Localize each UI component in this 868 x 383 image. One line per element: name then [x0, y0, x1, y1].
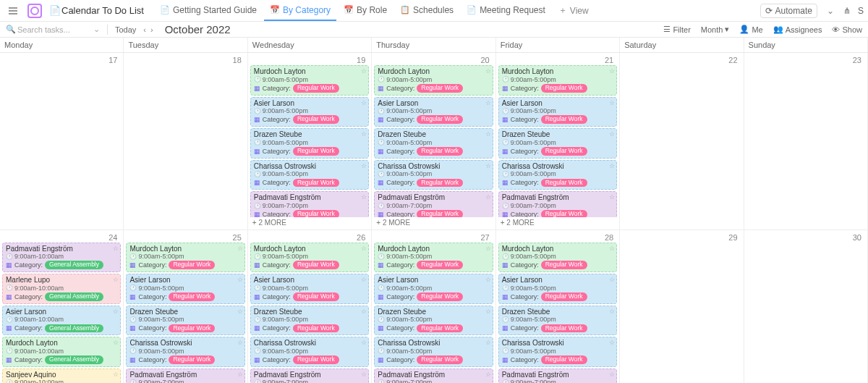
- assignees-filter[interactable]: 👥Assignees: [773, 25, 822, 34]
- calendar-event[interactable]: ☆Drazen Steube9:00am-5:00pmCategory:Regu…: [250, 128, 369, 159]
- event-name: Murdoch Layton: [129, 245, 241, 253]
- day-cell[interactable]: 20☆Murdoch Layton9:00am-5:00pmCategory:R…: [372, 53, 495, 230]
- event-name: Murdoch Layton: [502, 67, 613, 76]
- pin-icon: ☆: [361, 276, 367, 283]
- calendar-event[interactable]: ☆Padmavati Engström9:00am-7:00pmCategory…: [374, 369, 493, 383]
- filter-button[interactable]: ☰Filter: [663, 25, 690, 34]
- day-header: Sunday: [744, 38, 868, 52]
- calendar-event[interactable]: ☆Charissa Ostrowski9:00am-5:00pmCategory…: [498, 160, 617, 190]
- search-tasks[interactable]: 🔍 Search tasks... ⌄: [6, 25, 100, 34]
- next-period-button[interactable]: ›: [150, 25, 153, 34]
- calendar-event[interactable]: ☆Asier Larson9:00am-5:00pmCategory:Regul…: [374, 274, 493, 304]
- day-cell[interactable]: 28☆Murdoch Layton9:00am-5:00pmCategory:R…: [496, 230, 620, 383]
- people-icon: 👥: [773, 25, 783, 34]
- tab-by-category[interactable]: 📅By Category: [264, 0, 336, 21]
- calendar-event[interactable]: ☆Murdoch Layton9:00am-5:00pmCategory:Reg…: [374, 243, 493, 273]
- calendar-event[interactable]: ☆Asier Larson9:00am-5:00pmCategory:Regul…: [498, 274, 617, 304]
- day-cell[interactable]: 26☆Murdoch Layton9:00am-5:00pmCategory:R…: [248, 230, 372, 383]
- calendar-event[interactable]: ☆Padmavati Engström9:00am-7:00pmCategory…: [126, 369, 244, 383]
- events-list: [1, 64, 122, 66]
- day-cell[interactable]: 22: [620, 53, 744, 230]
- calendar-event[interactable]: ☆Drazen Steube9:00am-5:00pmCategory:Regu…: [374, 128, 493, 159]
- day-cell[interactable]: 24☆Padmavati Engström9:00am-10:00amCateg…: [0, 230, 124, 383]
- week-row: 24☆Padmavati Engström9:00am-10:00amCateg…: [0, 230, 868, 383]
- calendar-event[interactable]: ☆Murdoch Layton9:00am-5:00pmCategory:Reg…: [250, 243, 369, 273]
- calendar-event[interactable]: ☆Murdoch Layton9:00am-5:00pmCategory:Reg…: [374, 65, 493, 96]
- calendar-event[interactable]: ☆Padmavati Engström9:00am-7:00pmCategory…: [250, 369, 369, 383]
- category-label: Category:: [386, 324, 414, 332]
- calendar-event[interactable]: ☆Asier Larson9:00am-10:00amCategory:Gene…: [2, 306, 121, 336]
- calendar-event[interactable]: ☆Charissa Ostrowski9:00am-5:00pmCategory…: [250, 337, 369, 367]
- calendar-event[interactable]: ☆Murdoch Layton9:00am-5:00pmCategory:Reg…: [498, 243, 617, 273]
- calendar-event[interactable]: ☆Drazen Steube9:00am-5:00pmCategory:Regu…: [374, 306, 493, 336]
- doc-title-text: Calendar To Do List: [61, 5, 144, 16]
- calendar-event[interactable]: ☆Padmavati Engström9:00am-7:00pmCategory…: [374, 191, 493, 216]
- calendar-event[interactable]: ☆Murdoch Layton9:00am-5:00pmCategory:Reg…: [498, 65, 617, 96]
- calendar-event[interactable]: ☆Murdoch Layton9:00am-5:00pmCategory:Reg…: [126, 243, 244, 273]
- calendar-event[interactable]: ☆Drazen Steube9:00am-5:00pmCategory:Regu…: [126, 306, 244, 336]
- event-name: Sanjeev Aquino: [6, 371, 117, 379]
- more-events-button[interactable]: + 2 MORE: [373, 217, 493, 228]
- more-events-button[interactable]: + 2 MORE: [250, 217, 370, 228]
- calendar-event[interactable]: ☆Charissa Ostrowski9:00am-5:00pmCategory…: [374, 160, 493, 190]
- tab-getting-started[interactable]: 📄Getting Started Guide: [154, 0, 263, 21]
- add-view-button[interactable]: ＋View: [553, 4, 595, 17]
- calendar-event[interactable]: ☆Asier Larson9:00am-5:00pmCategory:Regul…: [374, 97, 493, 127]
- calendar-event[interactable]: ☆Charissa Ostrowski9:00am-5:00pmCategory…: [498, 337, 617, 367]
- category-label: Category:: [511, 85, 539, 92]
- pin-icon: ☆: [237, 371, 243, 378]
- day-cell[interactable]: 29: [620, 230, 744, 383]
- day-cell[interactable]: 30: [744, 230, 868, 383]
- calendar-event[interactable]: ☆Drazen Steube9:00am-5:00pmCategory:Regu…: [250, 306, 369, 336]
- category-tag: General Assembly: [45, 355, 103, 364]
- document-title[interactable]: 📄 Calendar To Do List: [51, 5, 144, 16]
- day-cell[interactable]: 19☆Murdoch Layton9:00am-5:00pmCategory:R…: [248, 53, 372, 230]
- automate-button[interactable]: ⟳Automate: [760, 4, 817, 18]
- calendar-event[interactable]: ☆Drazen Steube9:00am-5:00pmCategory:Regu…: [498, 306, 617, 336]
- tab-schedules[interactable]: 📋Schedules: [394, 0, 459, 21]
- calendar-event[interactable]: ☆Charissa Ostrowski9:00am-5:00pmCategory…: [126, 337, 244, 367]
- day-cell[interactable]: 17: [0, 53, 124, 230]
- event-time: 9:00am-5:00pm: [502, 76, 613, 83]
- day-cell[interactable]: 18: [124, 53, 247, 230]
- category-tag: General Assembly: [45, 324, 103, 333]
- calendar-event[interactable]: ☆Marlene Lupo9:00am-10:00amCategory:Gene…: [2, 274, 121, 304]
- calendar-event[interactable]: ☆Asier Larson9:00am-5:00pmCategory:Regul…: [250, 274, 369, 304]
- calendar-event[interactable]: ☆Drazen Steube9:00am-5:00pmCategory:Regu…: [498, 128, 617, 159]
- view-range-dropdown[interactable]: Month▾: [701, 25, 730, 34]
- calendar-event[interactable]: ☆Murdoch Layton9:00am-10:00amCategory:Ge…: [2, 337, 121, 367]
- day-cell[interactable]: 25☆Murdoch Layton9:00am-5:00pmCategory:R…: [124, 230, 247, 383]
- calendar-event[interactable]: ☆Padmavati Engström9:00am-10:00amCategor…: [2, 243, 121, 273]
- category-label: Category:: [263, 211, 291, 217]
- more-events-button[interactable]: + 2 MORE: [498, 217, 618, 228]
- chevron-down-icon[interactable]: ⌄: [825, 5, 836, 17]
- tab-by-role[interactable]: 📅By Role: [338, 0, 393, 21]
- prev-period-button[interactable]: ‹: [143, 25, 146, 34]
- calendar-event[interactable]: ☆Sanjeev Aquino9:00am-10:00amCategory:Ge…: [2, 369, 121, 383]
- calendar-event[interactable]: ☆Asier Larson9:00am-5:00pmCategory:Regul…: [498, 97, 617, 127]
- calendar-event[interactable]: ☆Charissa Ostrowski9:00am-5:00pmCategory…: [250, 160, 369, 190]
- me-filter[interactable]: 👤Me: [739, 25, 762, 34]
- calendar-toolbar: 🔍 Search tasks... ⌄ Today ‹ › October 20…: [0, 22, 868, 38]
- event-category: Category:Regular Work: [502, 324, 613, 333]
- day-cell[interactable]: 23: [744, 53, 868, 230]
- category-label: Category:: [511, 293, 539, 300]
- day-cell[interactable]: 27☆Murdoch Layton9:00am-5:00pmCategory:R…: [372, 230, 495, 383]
- event-time: 9:00am-7:00pm: [378, 202, 489, 209]
- share-icon[interactable]: ⋔: [843, 6, 851, 16]
- tab-meeting-request[interactable]: 📄Meeting Request: [461, 0, 551, 21]
- event-category: Category:General Assembly: [6, 261, 117, 269]
- calendar-event[interactable]: ☆Asier Larson9:00am-5:00pmCategory:Regul…: [250, 97, 369, 127]
- menu-toggle[interactable]: [4, 2, 22, 20]
- category-label: Category:: [263, 261, 291, 269]
- today-button[interactable]: Today: [115, 25, 136, 34]
- calendar-event[interactable]: ☆Padmavati Engström9:00am-7:00pmCategory…: [498, 191, 617, 216]
- calendar-event[interactable]: ☆Padmavati Engström9:00am-7:00pmCategory…: [250, 191, 369, 216]
- calendar-event[interactable]: ☆Murdoch Layton9:00am-5:00pmCategory:Reg…: [250, 65, 369, 96]
- day-cell[interactable]: 21☆Murdoch Layton9:00am-5:00pmCategory:R…: [496, 53, 620, 230]
- show-button[interactable]: 👁Show: [832, 25, 862, 34]
- calendar-event[interactable]: ☆Charissa Ostrowski9:00am-5:00pmCategory…: [374, 337, 493, 367]
- calendar-event[interactable]: ☆Padmavati Engström9:00am-7:00pmCategory…: [498, 369, 617, 383]
- chevron-down-icon[interactable]: ⌄: [93, 25, 100, 34]
- calendar-event[interactable]: ☆Asier Larson9:00am-5:00pmCategory:Regul…: [126, 274, 244, 304]
